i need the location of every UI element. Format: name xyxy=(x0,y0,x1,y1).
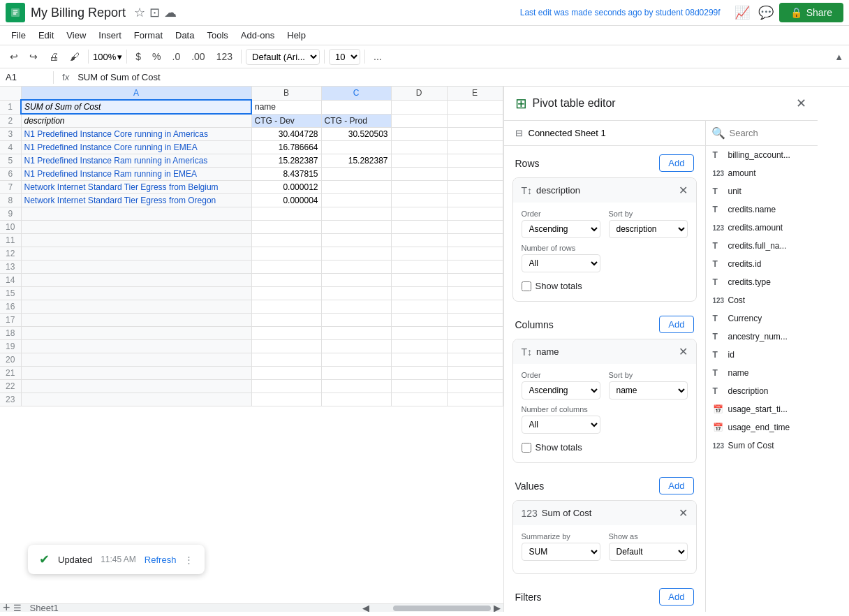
cell-e13[interactable] xyxy=(447,261,503,274)
cell-e12[interactable] xyxy=(447,247,503,261)
cell-c22[interactable] xyxy=(321,380,391,393)
cell-b19[interactable] xyxy=(251,340,321,353)
cell-d3[interactable] xyxy=(391,128,447,141)
field-list-item[interactable]: 123credits.amount xyxy=(706,219,818,237)
cell-c9[interactable] xyxy=(321,207,391,221)
cell-a14[interactable] xyxy=(21,274,251,287)
cell-e8[interactable] xyxy=(447,194,503,207)
cell-d22[interactable] xyxy=(391,380,447,393)
cell-d17[interactable] xyxy=(391,314,447,327)
cols-numcols-select[interactable]: All xyxy=(522,416,600,434)
cell-c19[interactable] xyxy=(321,340,391,353)
panel-close-button[interactable]: ✕ xyxy=(796,96,806,111)
cell-e22[interactable] xyxy=(447,380,503,393)
cell-c18[interactable] xyxy=(321,327,391,340)
cell-a4[interactable]: N1 Predefined Instance Core running in E… xyxy=(21,141,251,154)
scroll-left-button[interactable]: ◀ xyxy=(362,603,369,612)
values-field-close-button[interactable]: ✕ xyxy=(679,506,688,520)
cols-show-totals-checkbox[interactable] xyxy=(522,443,531,453)
cell-a11[interactable] xyxy=(21,234,251,247)
rows-sort-select[interactable]: description xyxy=(609,220,688,238)
cell-a22[interactable] xyxy=(21,380,251,393)
field-search-input[interactable] xyxy=(730,128,812,138)
menu-insert[interactable]: Insert xyxy=(93,27,127,43)
percent-button[interactable]: % xyxy=(148,48,165,65)
cell-d6[interactable] xyxy=(391,168,447,181)
cell-d8[interactable] xyxy=(391,194,447,207)
cell-b15[interactable] xyxy=(251,287,321,300)
paint-format-button[interactable]: 🖌 xyxy=(66,48,84,65)
field-list-item[interactable]: Tdescription xyxy=(706,382,818,400)
cell-e23[interactable] xyxy=(447,393,503,406)
field-list-item[interactable]: Tcredits.name xyxy=(706,200,818,219)
menu-addons[interactable]: Add-ons xyxy=(235,27,280,43)
cell-e16[interactable] xyxy=(447,300,503,314)
cell-e1[interactable] xyxy=(447,100,503,114)
cell-d4[interactable] xyxy=(391,141,447,154)
cell-a5[interactable]: N1 Predefined Instance Ram running in Am… xyxy=(21,154,251,168)
cell-a13[interactable] xyxy=(21,261,251,274)
cell-d18[interactable] xyxy=(391,327,447,340)
cell-c12[interactable] xyxy=(321,247,391,261)
cell-d7[interactable] xyxy=(391,181,447,194)
cell-c23[interactable] xyxy=(321,393,391,406)
cell-b14[interactable] xyxy=(251,274,321,287)
cell-e20[interactable] xyxy=(447,353,503,367)
field-list-item[interactable]: Tcredits.full_na... xyxy=(706,237,818,255)
menu-file[interactable]: File xyxy=(6,27,31,43)
cell-b18[interactable] xyxy=(251,327,321,340)
cell-c11[interactable] xyxy=(321,234,391,247)
cell-a8[interactable]: Network Internet Standard Tier Egress fr… xyxy=(21,194,251,207)
cell-d5[interactable] xyxy=(391,154,447,168)
cols-sort-select[interactable]: name xyxy=(609,381,688,399)
last-edit-text[interactable]: Last edit was made seconds ago by studen… xyxy=(520,8,721,17)
cell-e10[interactable] xyxy=(447,221,503,234)
cell-d16[interactable] xyxy=(391,300,447,314)
toast-more-button[interactable]: ⋮ xyxy=(184,555,193,565)
cell-c1[interactable] xyxy=(321,100,391,114)
cell-b7[interactable]: 0.000012 xyxy=(251,181,321,194)
menu-tools[interactable]: Tools xyxy=(201,27,233,43)
field-list-item[interactable]: Tname xyxy=(706,364,818,382)
font-family-select[interactable]: Default (Ari... xyxy=(246,49,320,65)
cell-c13[interactable] xyxy=(321,261,391,274)
field-list-item[interactable]: Tunit xyxy=(706,182,818,200)
cell-e17[interactable] xyxy=(447,314,503,327)
rows-add-button[interactable]: Add xyxy=(659,154,693,172)
field-list-item[interactable]: 123Cost xyxy=(706,291,818,309)
cell-c15[interactable] xyxy=(321,287,391,300)
cell-c17[interactable] xyxy=(321,314,391,327)
cell-b3[interactable]: 30.404728 xyxy=(251,128,321,141)
cell-e7[interactable] xyxy=(447,181,503,194)
col-header-a[interactable]: A xyxy=(21,87,251,100)
cell-e19[interactable] xyxy=(447,340,503,353)
cell-a9[interactable] xyxy=(21,207,251,221)
cell-e21[interactable] xyxy=(447,367,503,380)
scroll-right-button[interactable]: ▶ xyxy=(494,603,501,612)
menu-format[interactable]: Format xyxy=(128,27,168,43)
sheet-menu-button[interactable]: ☰ xyxy=(13,603,22,612)
cell-b13[interactable] xyxy=(251,261,321,274)
cell-e18[interactable] xyxy=(447,327,503,340)
cell-a15[interactable] xyxy=(21,287,251,300)
cell-d12[interactable] xyxy=(391,247,447,261)
values-summarize-select[interactable]: SUM xyxy=(522,543,600,561)
more-toolbar-button[interactable]: ... xyxy=(369,48,386,65)
cell-a16[interactable] xyxy=(21,300,251,314)
cell-a6[interactable]: N1 Predefined Instance Ram running in EM… xyxy=(21,168,251,181)
cell-e4[interactable] xyxy=(447,141,503,154)
cell-a21[interactable] xyxy=(21,367,251,380)
cell-e2[interactable] xyxy=(447,114,503,128)
cell-d1[interactable] xyxy=(391,100,447,114)
menu-view[interactable]: View xyxy=(61,27,91,43)
field-list-item[interactable]: 123amount xyxy=(706,164,818,182)
cell-b22[interactable] xyxy=(251,380,321,393)
cloud-icon[interactable]: ☁ xyxy=(164,5,177,20)
sheet-tab-active[interactable]: Sheet1 xyxy=(24,600,64,612)
field-list-item[interactable]: 123Sum of Cost xyxy=(706,437,818,455)
field-list-item[interactable]: 📅usage_start_ti... xyxy=(706,400,818,418)
field-list-item[interactable]: Tid xyxy=(706,346,818,364)
cell-d19[interactable] xyxy=(391,340,447,353)
cell-a1[interactable]: SUM of Sum of Cost xyxy=(21,100,251,114)
columns-add-button[interactable]: Add xyxy=(659,316,693,333)
